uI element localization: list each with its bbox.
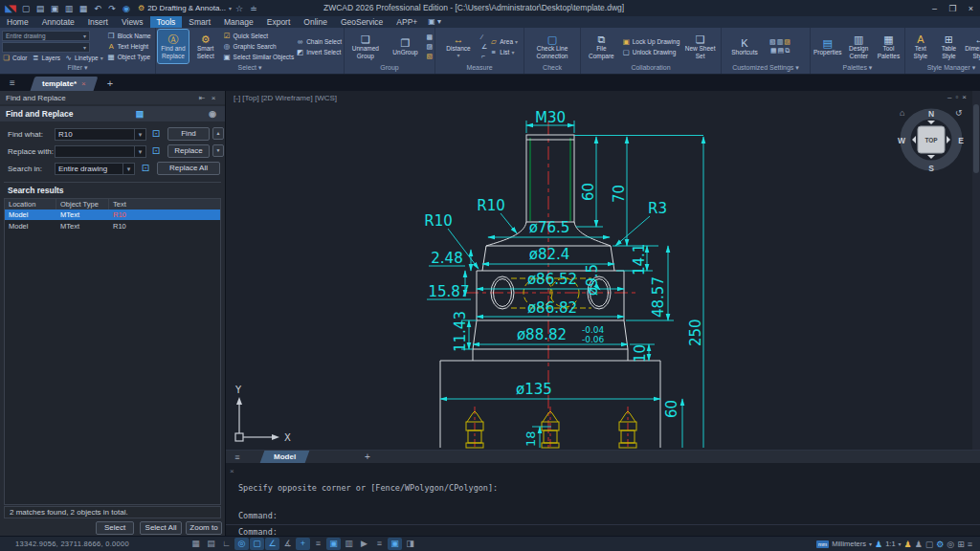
- shortcuts-button[interactable]: KShortcuts: [724, 30, 766, 63]
- menu-annotate[interactable]: Annotate: [35, 16, 81, 28]
- polar-toggle-icon[interactable]: ◎: [234, 538, 249, 550]
- undo-icon[interactable]: ↶: [91, 1, 104, 16]
- invert-select-button[interactable]: ◩Invert Select: [296, 48, 342, 56]
- col-location[interactable]: Location: [5, 199, 56, 209]
- annotation-toggle-icon[interactable]: ▣: [388, 538, 402, 550]
- caret-down-icon[interactable]: ▾: [869, 540, 872, 547]
- redo-icon[interactable]: ↷: [105, 1, 119, 16]
- doc-tab-template[interactable]: template* ×: [31, 77, 99, 91]
- doc-custom-icon[interactable]: ⧉: [785, 47, 790, 55]
- palettes-group-label[interactable]: Palettes ▾: [811, 63, 904, 74]
- cube-west[interactable]: W: [898, 136, 906, 145]
- doc-close-icon[interactable]: ×: [962, 93, 967, 101]
- check-line-connection-button[interactable]: ▢Check Line Connection: [526, 30, 578, 63]
- quick-select-button[interactable]: ☑Quick Select: [223, 32, 295, 40]
- slope-toggle-icon[interactable]: ∠: [265, 538, 279, 550]
- replace-pick-icon[interactable]: ⊡: [150, 145, 162, 157]
- status-menu-icon[interactable]: ≡: [968, 540, 972, 549]
- select-all-button[interactable]: Select All: [140, 521, 182, 535]
- menu-smart[interactable]: Smart: [182, 16, 217, 28]
- snap-toggle-icon[interactable]: ▤: [204, 538, 218, 550]
- filter-text-height-button[interactable]: AText Height: [107, 42, 151, 51]
- replace-button[interactable]: Replace: [167, 144, 210, 158]
- filter-scope-dropdown[interactable]: Entire drawing▾: [2, 31, 90, 41]
- panel-help-icon[interactable]: ◉: [206, 109, 219, 119]
- drawing-viewport[interactable]: M30 ø76.5 ø82.4 ø86.52 ø86.82 ø88.82 -0.…: [226, 91, 980, 450]
- menu-views[interactable]: Views: [115, 16, 150, 28]
- ungroup-button[interactable]: ❐UnGroup: [387, 30, 425, 63]
- add-layout-button[interactable]: +: [365, 452, 370, 462]
- replace-with-combo[interactable]: ▾: [55, 145, 146, 158]
- panel-title-bar[interactable]: Find and Replace ⇤ ×: [0, 91, 225, 104]
- scale-label[interactable]: 1:1: [885, 540, 895, 548]
- filter-value-dropdown[interactable]: ▾: [2, 42, 90, 53]
- grid-custom-icon[interactable]: ▤: [778, 47, 785, 55]
- menu-geoservice[interactable]: GeoService: [334, 16, 390, 28]
- print-icon[interactable]: ▦: [77, 1, 90, 16]
- search-in-combo[interactable]: Entire drawing ▾: [55, 163, 135, 175]
- replace-all-button[interactable]: Replace All: [157, 162, 220, 175]
- distance-button[interactable]: ↔Distance▾: [437, 30, 479, 63]
- ribbon-display-icon[interactable]: ▣ ▾: [428, 16, 441, 28]
- settings-gear-icon[interactable]: ⚙: [936, 540, 944, 549]
- panel-dock-icon[interactable]: ⇤: [196, 94, 208, 102]
- angle-icon[interactable]: ∠: [481, 43, 487, 51]
- graphic-search-button[interactable]: ◎Graphic Search: [223, 42, 295, 51]
- menu-export[interactable]: Export: [260, 16, 298, 28]
- workspace-toggle-icon[interactable]: ≡: [372, 538, 387, 550]
- open-file-icon[interactable]: ▤: [33, 1, 47, 16]
- properties-button[interactable]: ▤Properties: [813, 30, 843, 63]
- alias-icon[interactable]: ▥: [777, 38, 784, 46]
- polar-track-icon[interactable]: ∡: [280, 538, 295, 550]
- ortho-toggle-icon[interactable]: ∟: [219, 538, 234, 550]
- minimize-ribbon-icon[interactable]: ≐: [247, 1, 260, 16]
- close-button[interactable]: ×: [962, 1, 980, 16]
- filter-object-type-button[interactable]: ▦Object Type: [107, 53, 151, 61]
- find-pick-icon[interactable]: ⊡: [150, 128, 162, 140]
- table-style-button[interactable]: ⊞Table Style: [936, 30, 963, 63]
- status-custom-icon[interactable]: ▨: [784, 38, 791, 46]
- zoom-to-button[interactable]: Zoom to: [186, 521, 222, 535]
- collaboration-group-label[interactable]: Collaboration: [581, 63, 721, 74]
- list-button[interactable]: ≡List▾: [489, 48, 518, 56]
- ui-custom-icon[interactable]: ▧: [769, 38, 776, 46]
- scrollbar-thumb[interactable]: [973, 104, 979, 173]
- lock-up-drawing-button[interactable]: ▣Lock Up Drawing: [622, 37, 680, 46]
- menu-tools[interactable]: Tools: [150, 16, 183, 28]
- annotation-visibility-icon[interactable]: ♟: [904, 540, 912, 549]
- cycling-toggle-icon[interactable]: ▥: [342, 538, 356, 550]
- cube-east[interactable]: E: [958, 136, 964, 145]
- cube-north[interactable]: N: [928, 109, 934, 119]
- cube-arrow-n[interactable]: [927, 121, 935, 124]
- view-cube[interactable]: ⌂ ↺ N S W E TOP: [896, 104, 967, 175]
- group-tool2-icon[interactable]: ▨: [426, 43, 433, 51]
- cube-arrow-w[interactable]: [912, 136, 916, 143]
- measure-group-label[interactable]: Measure: [435, 63, 523, 74]
- area-button[interactable]: ▱Area▾: [489, 37, 518, 46]
- drawing-vertical-scrollbar[interactable]: [972, 91, 980, 450]
- find-replace-button[interactable]: Ⓐ Find and Replace: [158, 30, 189, 63]
- doc-restore-icon[interactable]: ▫: [955, 93, 958, 101]
- style-manager-group-label[interactable]: Style Manager ▾: [905, 63, 980, 74]
- cube-arrow-s[interactable]: [927, 155, 935, 159]
- group-tool-icon[interactable]: ▩: [426, 33, 433, 41]
- lineweight-toggle-icon[interactable]: ≡: [311, 538, 325, 550]
- osnap-toggle-icon[interactable]: ▢: [250, 538, 264, 550]
- cube-south[interactable]: S: [928, 164, 934, 173]
- combo-caret-icon[interactable]: ▾: [134, 146, 145, 157]
- favorites-icon[interactable]: ☆: [233, 1, 246, 16]
- doc-tab-close-icon[interactable]: ×: [81, 79, 86, 88]
- panel-close-icon[interactable]: ×: [208, 94, 219, 102]
- col-text[interactable]: Text: [109, 199, 220, 209]
- combo-caret-icon[interactable]: ▾: [122, 164, 134, 174]
- layout-tab-model[interactable]: Model: [260, 451, 310, 463]
- select-similar-button[interactable]: ▣Select Similar Objects: [223, 53, 295, 61]
- customized-group-label[interactable]: Customized Settings ▾: [722, 63, 810, 74]
- design-center-button[interactable]: ▥Design Center: [845, 30, 873, 63]
- new-file-icon[interactable]: ▢: [19, 1, 33, 16]
- annotation-auto-icon[interactable]: ♟: [915, 540, 923, 549]
- group-tool3-icon[interactable]: ▧: [426, 53, 433, 60]
- new-sheet-set-button[interactable]: ❏New Sheet Set: [681, 30, 719, 63]
- new-tab-button[interactable]: +: [107, 77, 113, 91]
- col-object-type[interactable]: Object Type: [56, 199, 109, 209]
